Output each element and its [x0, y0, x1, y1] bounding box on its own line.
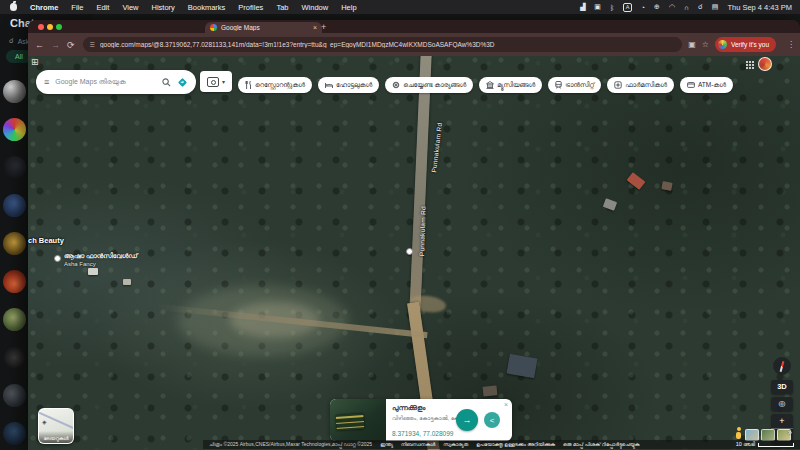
footer-link-report-error[interactable]: ഒരു മാപ്പ് പിശക് റിപ്പോർട്ടുചെയ്യുക [563, 441, 640, 448]
menu-view[interactable]: View [122, 3, 138, 12]
poi-sublabel: Asha Fancy [64, 261, 96, 267]
menu-chrome[interactable]: Chrome [30, 3, 58, 12]
menu-bookmarks[interactable]: Bookmarks [188, 3, 226, 12]
menu-bar-clock[interactable]: Thu Sep 4 4:43 PM [727, 3, 792, 12]
place-photo[interactable] [330, 399, 386, 441]
chrome-window: Google Maps × + ← → ⟳ ☰ google.com/maps/… [28, 20, 800, 450]
menu-window[interactable]: Window [301, 3, 328, 12]
map-footer: ചിത്രം ©2025 Airbus,CNES/Airbus,Maxar Te… [203, 440, 800, 449]
menu-history[interactable]: History [152, 3, 175, 12]
footer-link-terms[interactable]: നിബന്ധനകൾ [401, 441, 435, 448]
avatar[interactable] [3, 308, 26, 331]
attractions-icon [392, 81, 400, 89]
chip-atms[interactable]: ATM-കൾ [680, 77, 733, 93]
building-roof [506, 354, 537, 379]
map-canvas[interactable]: Punnakulam Rd Punnakulam Rd ch Beauty ആഷ… [28, 56, 800, 450]
tab-close-icon[interactable]: × [313, 24, 317, 31]
maps-search-bar[interactable]: ≡ Google Maps തിരയുക [36, 70, 196, 94]
avatar[interactable] [3, 156, 26, 179]
avatar[interactable] [3, 422, 26, 445]
collapse-icon[interactable]: » [788, 429, 792, 436]
search-icon: ☌ [9, 37, 14, 45]
control-center-icon[interactable]: ▤ [712, 3, 719, 11]
place-coordinates[interactable]: 8.371934, 77.028099 [392, 430, 453, 437]
avatar[interactable] [3, 346, 26, 369]
chip-restaurants[interactable]: റെസ്റ്റോറന്റുകൾ [238, 77, 312, 93]
building-roof [603, 198, 617, 211]
apple-menu-icon[interactable] [10, 3, 17, 11]
avatar[interactable] [3, 232, 26, 255]
my-location-button[interactable]: ◎ [771, 397, 793, 411]
url-bar[interactable]: ☰ google.com/maps/@8.3719062,77.0281133,… [83, 37, 683, 52]
avatar[interactable] [3, 384, 26, 407]
close-window-button[interactable] [38, 24, 44, 30]
signal-icon[interactable]: ▟ [580, 3, 585, 11]
menu-icon[interactable]: ≡ [44, 77, 49, 87]
avatar[interactable] [3, 270, 26, 293]
menu-profiles[interactable]: Profiles [238, 3, 263, 12]
menu-edit[interactable]: Edit [96, 3, 109, 12]
poi-label[interactable]: ch Beauty [28, 236, 64, 245]
profile-avatar [718, 40, 727, 49]
reload-icon[interactable]: ⟳ [67, 40, 75, 50]
minimize-window-button[interactable] [47, 24, 53, 30]
forward-icon[interactable]: → [51, 40, 60, 50]
3d-toggle-button[interactable]: 3D [771, 380, 793, 394]
compass-control[interactable] [773, 357, 791, 375]
chip-label: ഹോട്ടലുകൾ [336, 81, 372, 89]
layers-button[interactable]: ◈ ലേയറുകൾ [38, 408, 74, 444]
footer-link-country[interactable]: ഇന്ത്യ [380, 441, 393, 448]
back-icon[interactable]: ← [35, 40, 44, 50]
chip-things-to-do[interactable]: ചെയ്യേണ്ട കാര്യങ്ങൾ [385, 77, 473, 93]
avatar[interactable] [3, 194, 26, 217]
menu-help[interactable]: Help [341, 3, 356, 12]
grid-icon[interactable]: ⊞ [31, 57, 39, 67]
building-roof [627, 172, 646, 190]
clock-icon[interactable]: ⊕ [654, 3, 660, 11]
spotlight-search-icon[interactable]: ☌ [698, 3, 703, 11]
google-apps-grid-icon[interactable] [746, 61, 748, 63]
chip-transit[interactable]: ട്രാൻസിറ്റ് [548, 77, 601, 93]
chip-label: റെസ്റ്റോറന്റുകൾ [255, 81, 305, 89]
chrome-menu-icon[interactable]: ⋮ [787, 40, 795, 49]
new-tab-button[interactable]: + [321, 22, 326, 33]
bluetooth-icon[interactable]: ᛒ [610, 4, 614, 11]
poi-marker[interactable] [54, 255, 61, 262]
directions-button[interactable]: → [456, 409, 478, 431]
chip-pharmacies[interactable]: ഫാർമസികൾ [607, 77, 674, 93]
avatar[interactable] [3, 80, 26, 103]
share-button[interactable]: < [484, 412, 500, 428]
pegman-icon[interactable] [735, 427, 742, 439]
road-segment [409, 56, 432, 318]
screenshot-extension-button[interactable]: ▾ [200, 71, 232, 92]
chip-museums[interactable]: മ്യൂസിയങ്ങൾ [479, 77, 542, 93]
zoom-window-button[interactable] [56, 24, 62, 30]
avatar[interactable] [3, 118, 26, 141]
account-avatar[interactable] [758, 57, 772, 71]
headphones-icon[interactable]: ∩ [684, 4, 689, 11]
directions-icon[interactable] [177, 77, 188, 88]
chip-label: ഫാർമസികൾ [625, 81, 667, 89]
poi-label[interactable]: ആഷാ ഫാൻസിവേൾഡ് [64, 252, 137, 260]
menu-file[interactable]: File [71, 3, 83, 12]
do-not-disturb-icon[interactable]: ◔ [641, 4, 645, 11]
zoom-in-button[interactable]: + [771, 414, 793, 429]
tab-google-maps[interactable]: Google Maps × [205, 22, 322, 33]
close-icon[interactable]: × [504, 401, 508, 408]
verify-button[interactable]: Verify it's you [715, 37, 776, 52]
search-icon[interactable] [162, 78, 171, 87]
footer-link-report-content[interactable]: ഉപയോക്തൃ ഉള്ളടക്കം അറിയിക്കുക [476, 441, 555, 448]
imagery-attribution: ചിത്രം ©2025 Airbus,CNES/Airbus,Maxar Te… [209, 441, 372, 448]
site-settings-icon[interactable]: ☰ [90, 41, 95, 48]
wifi-icon[interactable]: ◠ [669, 3, 675, 11]
footer-link-privacy[interactable]: സ്വകാര്യത [443, 441, 468, 448]
screen-mirroring-icon[interactable]: ▣ [594, 3, 601, 11]
menu-tab[interactable]: Tab [276, 3, 288, 12]
cast-icon[interactable]: ▣ [688, 40, 696, 49]
bookmark-star-icon[interactable]: ☆ [702, 40, 709, 49]
tab-title: Google Maps [221, 24, 309, 31]
poi-marker[interactable] [406, 248, 413, 255]
chip-label: ട്രാൻസിറ്റ് [565, 81, 594, 89]
chip-hotels[interactable]: ഹോട്ടലുകൾ [318, 77, 379, 93]
input-source-icon[interactable]: A [623, 3, 632, 12]
